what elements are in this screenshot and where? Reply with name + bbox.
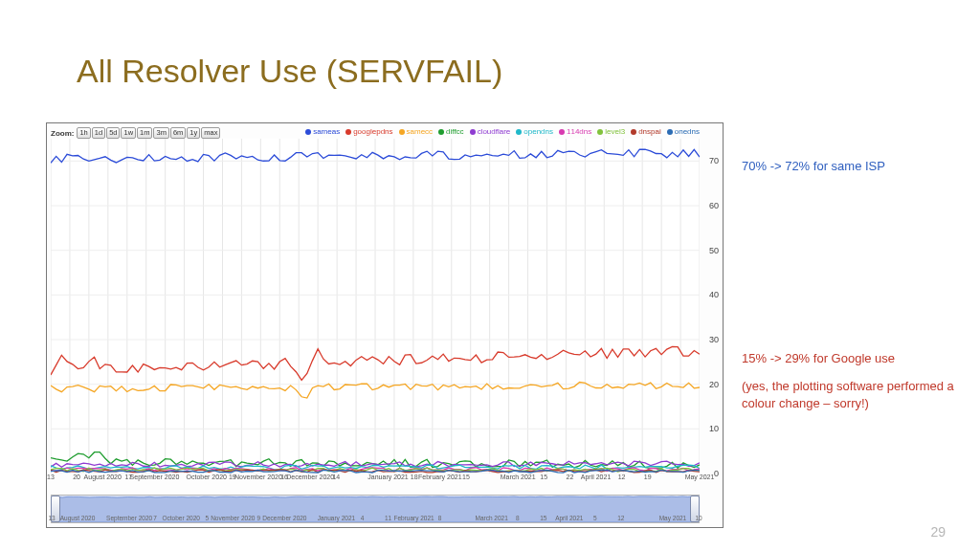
legend-item-opendns[interactable]: opendns	[516, 127, 553, 136]
x-tick: May 2021	[659, 515, 687, 521]
x-tick: January 2021	[318, 515, 355, 521]
y-tick: 20	[709, 380, 719, 389]
zoom-button-1m[interactable]: 1m	[137, 127, 152, 139]
legend-label: 114dns	[567, 127, 591, 136]
x-tick: 22	[566, 474, 573, 480]
x-tick: 15	[462, 474, 470, 480]
legend-item-level3[interactable]: level3	[597, 127, 625, 136]
x-tick: 15	[540, 474, 547, 480]
x-tick: 12	[617, 515, 624, 521]
legend-dot-icon	[470, 129, 476, 135]
x-tick: 12	[618, 474, 626, 480]
x-tick: October 2020	[187, 474, 227, 480]
x-tick: 20	[73, 474, 80, 480]
annotation-google-use: 15% -> 29% for Google use	[742, 350, 961, 367]
legend-label: sameas	[313, 127, 340, 136]
legend-item-samecc[interactable]: samecc	[399, 127, 434, 136]
x-tick: 5	[205, 515, 209, 521]
chart-plot-area	[51, 139, 700, 474]
x-tick: December 2020	[262, 515, 306, 521]
x-tick: 5	[593, 515, 597, 521]
legend-label: onedns	[675, 127, 700, 136]
x-tick: 9	[257, 515, 261, 521]
zoom-toolbar: Zoom: 1h1d5d1w1m3m6m1ymax	[51, 127, 221, 139]
legend-label: level3	[605, 127, 625, 136]
zoom-button-max[interactable]: max	[201, 127, 220, 139]
y-tick: 40	[709, 290, 719, 299]
x-tick: 13	[47, 474, 55, 480]
x-tick: 18	[411, 474, 418, 480]
legend-label: opendns	[523, 127, 553, 136]
x-tick: February 2021	[418, 474, 462, 480]
legend-label: cloudflare	[478, 127, 511, 136]
legend-item-diffcc[interactable]: diffcc	[438, 127, 464, 136]
chart-container: Zoom: 1h1d5d1w1m3m6m1ymax sameasgooglepd…	[46, 122, 724, 528]
x-tick: 7	[153, 515, 157, 521]
x-tick: October 2020	[162, 515, 199, 521]
slide-root: All Resolver Use (SERVFAIL) Zoom: 1h1d5d…	[0, 0, 980, 551]
x-tick: January 2021	[368, 474, 408, 480]
chart-svg	[51, 139, 700, 474]
y-axis: 010203040506070	[702, 139, 721, 474]
y-tick: 10	[709, 424, 719, 433]
annotation-colour-note: (yes, the plotting software performed a …	[742, 378, 961, 411]
chart-legend: sameasgooglepdnssameccdiffcccloudflareop…	[300, 127, 700, 136]
x-tick: 19	[644, 474, 652, 480]
y-tick: 70	[709, 156, 719, 165]
legend-item-sameas[interactable]: sameas	[305, 127, 340, 136]
x-tick: 13	[48, 515, 55, 521]
zoom-button-5d[interactable]: 5d	[106, 127, 120, 139]
legend-item-dnspai[interactable]: dnspai	[631, 127, 661, 136]
legend-label: dnspai	[638, 127, 661, 136]
x-axis: 1320August 202017September 2020October 2…	[51, 474, 700, 491]
legend-dot-icon	[438, 129, 444, 135]
legend-dot-icon	[667, 129, 673, 135]
legend-dot-icon	[559, 129, 565, 135]
x-tick: November 2020	[234, 474, 282, 480]
x-tick: 11	[385, 515, 391, 521]
zoom-button-1h[interactable]: 1h	[77, 127, 90, 139]
legend-dot-icon	[516, 129, 522, 135]
x-tick: March 2021	[476, 515, 508, 521]
x-tick: April 2021	[555, 515, 583, 521]
page-title: All Resolver Use (SERVFAIL)	[77, 53, 502, 90]
zoom-button-1d[interactable]: 1d	[92, 127, 105, 139]
x-tick: 8	[516, 515, 520, 521]
x-tick: 4	[361, 515, 365, 521]
legend-dot-icon	[345, 129, 351, 135]
x-tick: August 2020	[84, 474, 122, 480]
y-tick: 0	[714, 469, 719, 478]
zoom-label: Zoom:	[51, 129, 74, 138]
y-tick: 50	[709, 246, 719, 255]
legend-item-googlepdns[interactable]: googlepdns	[345, 127, 392, 136]
legend-label: samecc	[407, 127, 434, 136]
x-tick: November 2020	[211, 515, 255, 521]
y-tick: 30	[709, 335, 719, 344]
x-tick: 10	[695, 515, 702, 521]
x-tick: 14	[332, 474, 340, 480]
range-navigator[interactable]: 13August 2020September 20207October 2020…	[51, 495, 700, 523]
zoom-button-1y[interactable]: 1y	[187, 127, 200, 139]
zoom-button-6m[interactable]: 6m	[170, 127, 186, 139]
x-tick: December 2020	[286, 474, 334, 480]
legend-dot-icon	[631, 129, 636, 135]
x-tick: May 2021	[685, 474, 715, 480]
x-tick: August 2020	[60, 515, 96, 521]
legend-label: diffcc	[446, 127, 464, 136]
legend-dot-icon	[305, 129, 311, 135]
legend-item-cloudflare[interactable]: cloudflare	[470, 127, 511, 136]
zoom-button-1w[interactable]: 1w	[121, 127, 136, 139]
legend-item-onedns[interactable]: onedns	[667, 127, 700, 136]
legend-dot-icon	[597, 129, 603, 135]
legend-item-114dns[interactable]: 114dns	[559, 127, 591, 136]
x-tick: 8	[438, 515, 442, 521]
zoom-button-3m[interactable]: 3m	[153, 127, 168, 139]
legend-label: googlepdns	[353, 127, 392, 136]
page-number: 29	[930, 524, 946, 540]
x-tick: February 2021	[393, 515, 434, 521]
legend-dot-icon	[399, 129, 405, 135]
y-tick: 60	[709, 201, 719, 210]
x-tick: April 2021	[581, 474, 612, 480]
x-tick: September 2020	[106, 515, 152, 521]
x-tick: September 2020	[130, 474, 180, 480]
